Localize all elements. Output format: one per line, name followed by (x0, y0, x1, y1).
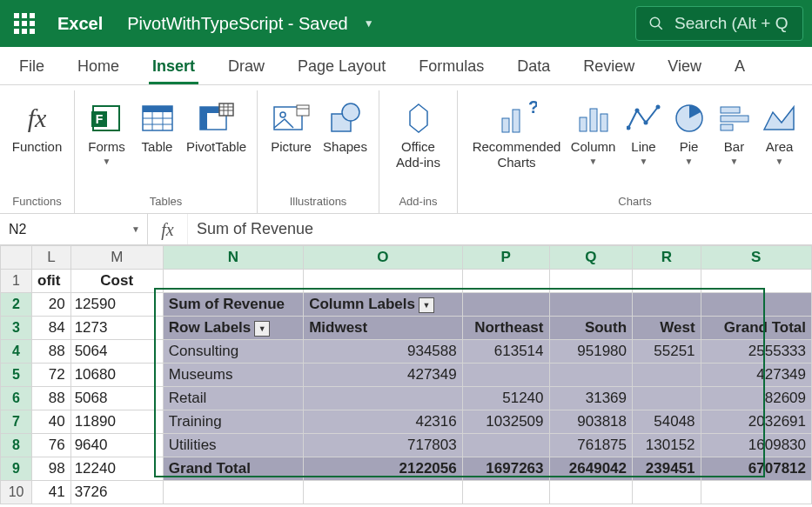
select-all-cell[interactable] (1, 246, 32, 270)
cell[interactable]: 72 (32, 364, 71, 387)
pivot-value[interactable]: 1609830 (701, 434, 811, 457)
pivot-row-label[interactable]: Training (163, 410, 303, 434)
pivot-row-label[interactable]: Utilities (163, 434, 303, 457)
pivot-col-header[interactable]: Midwest (304, 317, 463, 340)
tab-draw[interactable]: Draw (225, 49, 268, 84)
cell[interactable]: ofit (32, 270, 71, 293)
cell[interactable] (633, 293, 701, 317)
pivot-value[interactable]: 130152 (633, 434, 701, 457)
pivottable-button[interactable]: PivotTable (182, 96, 252, 157)
row-header[interactable]: 8 (1, 434, 32, 457)
pivot-value[interactable]: 51240 (462, 387, 549, 410)
tab-review[interactable]: Review (580, 49, 638, 84)
cell[interactable] (701, 293, 811, 317)
pivot-value[interactable] (633, 387, 701, 410)
cell[interactable]: 5064 (70, 340, 163, 364)
cell[interactable]: 11890 (70, 410, 163, 434)
cell[interactable] (549, 270, 633, 293)
tab-home[interactable]: Home (74, 49, 123, 84)
pivot-col-header[interactable]: Grand Total (701, 317, 811, 340)
cell[interactable]: Cost (70, 270, 163, 293)
pivot-grand-total-label[interactable]: Grand Total (163, 457, 303, 481)
cell[interactable]: 12590 (70, 293, 163, 317)
pivot-value[interactable] (633, 364, 701, 387)
shapes-button[interactable]: Shapes (319, 96, 372, 157)
cell[interactable]: 88 (32, 340, 71, 364)
chevron-down-icon[interactable]: ▼ (131, 224, 140, 234)
cell[interactable] (633, 481, 701, 504)
pivot-row-label[interactable]: Retail (163, 387, 303, 410)
line-chart-button[interactable]: Line ▼ (622, 96, 666, 168)
cell[interactable] (549, 481, 633, 504)
cell[interactable]: 1273 (70, 317, 163, 340)
pivot-value[interactable]: 2032691 (701, 410, 811, 434)
pivot-column-labels-cell[interactable]: Column Labels▼ (304, 293, 463, 317)
pivot-value[interactable]: 31369 (549, 387, 633, 410)
name-box[interactable]: N2 ▼ (0, 214, 148, 244)
cell[interactable]: 76 (32, 434, 71, 457)
area-chart-button[interactable]: Area ▼ (758, 96, 802, 168)
row-header[interactable]: 4 (1, 340, 32, 364)
pivot-row-label[interactable]: Consulting (163, 340, 303, 364)
cell[interactable]: 10680 (70, 364, 163, 387)
spreadsheet[interactable]: L M N O P Q R S 1 ofit Cost 2 20 12590 S… (0, 245, 812, 504)
cell[interactable] (701, 481, 811, 504)
column-chart-button[interactable]: Column ▼ (567, 96, 621, 168)
row-header[interactable]: 5 (1, 364, 32, 387)
cell[interactable]: 9640 (70, 434, 163, 457)
dropdown-icon[interactable]: ▼ (419, 297, 434, 313)
pivot-value[interactable]: 42316 (304, 410, 463, 434)
function-button[interactable]: fx Function (9, 96, 66, 157)
pivot-value[interactable]: 613514 (462, 340, 549, 364)
pivot-col-header[interactable]: Northeast (462, 317, 549, 340)
cell[interactable]: 40 (32, 410, 71, 434)
pivot-value[interactable]: 1032509 (462, 410, 549, 434)
cell[interactable] (304, 270, 463, 293)
col-header[interactable]: R (633, 246, 701, 270)
tab-formulas[interactable]: Formulas (415, 49, 487, 84)
cell[interactable] (462, 293, 549, 317)
pivot-value[interactable] (462, 364, 549, 387)
tab-page-layout[interactable]: Page Layout (294, 49, 389, 84)
picture-button[interactable]: Picture (265, 96, 318, 157)
col-header[interactable]: Q (549, 246, 633, 270)
pivot-grand-total-value[interactable]: 1697263 (462, 457, 549, 481)
pivot-value[interactable]: 427349 (304, 364, 463, 387)
row-header[interactable]: 1 (1, 270, 32, 293)
pivot-value[interactable]: 55251 (633, 340, 701, 364)
pivot-row-label[interactable]: Museums (163, 364, 303, 387)
tab-file[interactable]: File (16, 49, 48, 84)
pivot-value[interactable]: 54048 (633, 410, 701, 434)
pivot-value[interactable]: 717803 (304, 434, 463, 457)
cell[interactable]: 98 (32, 457, 71, 481)
col-header[interactable]: S (701, 246, 811, 270)
pivot-value[interactable] (304, 387, 463, 410)
table-button[interactable]: Table (135, 96, 180, 157)
cell[interactable]: 3726 (70, 481, 163, 504)
tab-more[interactable]: A (731, 49, 748, 84)
row-header[interactable]: 9 (1, 457, 32, 481)
pivot-grand-total-value[interactable]: 2649042 (549, 457, 633, 481)
row-header[interactable]: 2 (1, 293, 32, 317)
pivot-value[interactable]: 82609 (701, 387, 811, 410)
pivot-grand-total-value[interactable]: 239451 (633, 457, 701, 481)
cell[interactable]: 88 (32, 387, 71, 410)
cell[interactable] (163, 481, 303, 504)
tab-view[interactable]: View (664, 49, 705, 84)
cell[interactable] (633, 270, 701, 293)
pivot-value[interactable]: 427349 (701, 364, 811, 387)
cell[interactable] (304, 481, 463, 504)
tab-insert[interactable]: Insert (149, 49, 198, 84)
pie-chart-button[interactable]: Pie ▼ (668, 96, 711, 168)
document-title[interactable]: PivotWithTypeScript - Saved (127, 14, 347, 34)
cell[interactable]: 20 (32, 293, 71, 317)
col-header[interactable]: N (163, 246, 303, 270)
formula-input[interactable] (188, 220, 812, 238)
col-header[interactable]: M (70, 246, 163, 270)
cell[interactable]: 84 (32, 317, 71, 340)
row-header[interactable]: 6 (1, 387, 32, 410)
recommended-charts-button[interactable]: ? RecommendedCharts (469, 96, 565, 172)
pivot-value[interactable]: 761875 (549, 434, 633, 457)
row-header[interactable]: 10 (1, 481, 32, 504)
col-header[interactable]: P (462, 246, 549, 270)
